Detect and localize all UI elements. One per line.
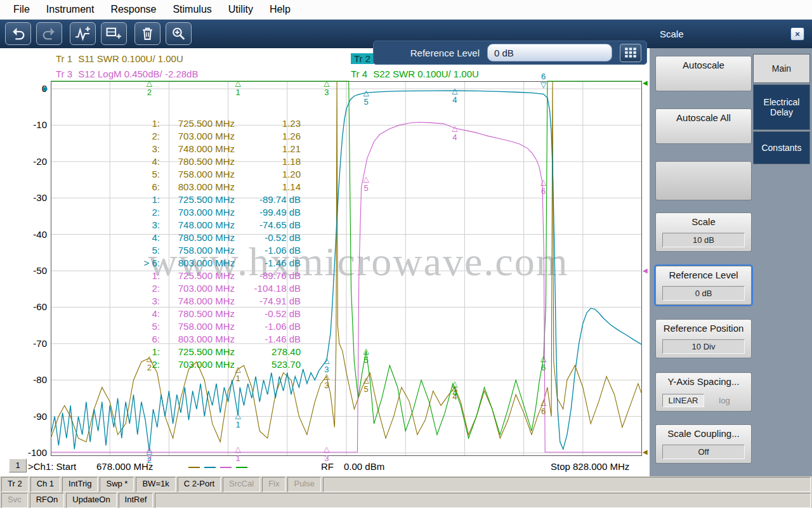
marker-5-tr4-triangle[interactable]: △ [363, 347, 369, 355]
y-axis-tick: -20 [16, 156, 47, 167]
marker-row-tr2: 4:780.500 MHz-0.52 dB [131, 231, 301, 244]
marker-6-tr1-triangle[interactable]: △ [540, 398, 546, 406]
marker-4-tr4-triangle[interactable]: △ [452, 380, 457, 388]
marker-6-tr4-triangle[interactable]: △ [540, 355, 546, 362]
panel-button-autoscale[interactable]: Autoscale [655, 56, 752, 91]
panel-button-scale-coupling-label: Scale Coupling... [656, 428, 751, 440]
marker-3-tr4-triangle[interactable]: △ [324, 79, 329, 87]
menu-item-file[interactable]: File [5, 1, 38, 18]
marker-3-tr2-triangle[interactable]: △ [324, 356, 329, 364]
menu-item-help[interactable]: Help [261, 1, 299, 18]
panel-button-scale-coupling[interactable]: Scale Coupling...Off [655, 424, 752, 464]
panel-button-scale-coupling-value: Off [662, 445, 745, 459]
tab-constants[interactable]: Constants [753, 131, 810, 164]
add-trace-icon[interactable] [70, 22, 96, 45]
menu-item-response[interactable]: Response [102, 1, 164, 18]
y-axis-spacing-option-linear[interactable]: LINEAR [662, 394, 704, 407]
y-axis-tick: -30 [16, 192, 47, 203]
legend-tr3[interactable]: Tr 3S12 LogM 0.450dB/ -2.28dB [56, 68, 198, 79]
panel-button-reference-level-value: 0 dB [662, 286, 745, 301]
marker-row-tr3: 6:803.000 MHz-1.46 dB [131, 333, 301, 346]
marker-6-tr2-triangle[interactable]: ▽ [540, 81, 546, 89]
y-axis-spacing-value: LINEARlog [662, 394, 745, 407]
status-bars: Tr 2Ch 1IntTrigSwp *BW=1kC 2-PortSrcCalF… [0, 476, 812, 508]
status-rfon[interactable]: RFOn [30, 493, 65, 508]
marker-row-tr1: 5:758.000 MHz1.20 [131, 168, 301, 181]
menu-item-stimulus[interactable]: Stimulus [164, 1, 219, 18]
legend-tr4[interactable]: Tr 4S22 SWR 0.100U/ 1.00U [351, 68, 479, 79]
panel-button-reference-position-label: Reference Position [656, 323, 751, 334]
menu-item-instrument[interactable]: Instrument [38, 1, 103, 18]
menu-item-utility[interactable]: Utility [220, 1, 261, 18]
status-inttrig[interactable]: IntTrig [62, 477, 98, 492]
marker-3-tr2-number: 3 [324, 365, 329, 374]
marker-row-tr3: 1:725.500 MHz-89.76 dB [131, 270, 301, 282]
status-bw-1k[interactable]: BW=1k [136, 477, 175, 492]
marker-row-tr4: 1:725.500 MHz278.40 [131, 346, 301, 358]
marker-row-tr1: 2:703.000 MHz1.26 [131, 130, 301, 143]
ref-position-pointer-tr3: ◀ [643, 267, 648, 275]
reference-level-input[interactable] [487, 44, 612, 62]
status-updateon[interactable]: UpdateOn [66, 493, 116, 508]
status-tr-2[interactable]: Tr 2 [1, 477, 29, 492]
marker-1-tr2-triangle[interactable]: △ [235, 412, 241, 419]
panel-button-reference-level[interactable]: Reference Level0 dB [655, 266, 752, 305]
legend-tr1-id[interactable]: Tr 1 [56, 53, 72, 64]
status-swp[interactable]: Swp * [100, 477, 134, 492]
marker-6-tr3-triangle[interactable]: △ [540, 178, 546, 186]
legend-tr3-id[interactable]: Tr 3 [56, 68, 72, 79]
marker-1-tr4-triangle[interactable]: △ [235, 79, 241, 87]
marker-1-tr1-number: 1 [236, 374, 240, 382]
marker-6-tr1-number: 6 [541, 407, 546, 415]
status-bar-row1: Tr 2Ch 1IntTrigSwp *BW=1kC 2-PortSrcCalF… [0, 476, 812, 492]
zoom-in-icon[interactable] [166, 22, 192, 45]
marker-5-tr4-number: 5 [363, 356, 368, 364]
reference-level-group: Reference Level [373, 41, 647, 65]
panel-button-scale[interactable]: Scale10 dB [655, 212, 752, 252]
marker-row-tr3: 4:780.500 MHz-0.52 dB [131, 308, 301, 320]
tab-electrical-delay[interactable]: Electrical Delay [753, 84, 810, 130]
marker-3-tr3-triangle[interactable]: △ [324, 445, 329, 453]
panel-button-y-axis-spacing[interactable]: Y-Axis Spacing...LINEARlog [655, 372, 752, 412]
add-channel-icon[interactable] [101, 22, 127, 45]
delete-icon[interactable] [134, 22, 160, 45]
undo-icon[interactable] [5, 22, 31, 45]
stimulus-stop-value: Stop 828.000 MHz [551, 461, 629, 472]
marker-5-tr3-triangle[interactable]: △ [363, 175, 369, 183]
redo-icon[interactable] [36, 22, 62, 45]
marker-row-tr3: 2:703.000 MHz-104.18 dB [131, 282, 301, 295]
keypad-icon[interactable] [620, 44, 641, 62]
marker-5-tr3-number: 5 [363, 184, 368, 192]
close-icon[interactable]: × [790, 27, 804, 41]
marker-4-tr3-number: 4 [452, 133, 457, 141]
panel-button-reference-position[interactable]: Reference Position10 Div [655, 319, 752, 358]
status-intref[interactable]: IntRef [119, 493, 154, 508]
status-c-2-port[interactable]: C 2-Port [178, 477, 221, 492]
marker-1-tr3-triangle[interactable]: △ [235, 445, 241, 453]
y-axis-tick: -80 [16, 374, 47, 385]
legend-tr2-id[interactable]: Tr 2 [351, 53, 374, 64]
marker-4-tr2-triangle[interactable]: △ [452, 87, 457, 94]
panel-button-scale-label: Scale [656, 216, 751, 228]
panel-button-autoscale-label: Autoscale [656, 60, 751, 71]
status-ch-1[interactable]: Ch 1 [30, 477, 60, 492]
menu-bar: FileInstrumentResponseStimulusUtilityHel… [0, 0, 812, 20]
legend-tr4-id[interactable]: Tr 4 [351, 68, 367, 79]
y-axis-tick: -50 [16, 265, 47, 276]
marker-2-tr4-triangle[interactable]: △ [147, 79, 152, 87]
panel-button-scale-value: 10 dB [662, 233, 745, 247]
tab-main[interactable]: Main [753, 54, 810, 83]
status-srccal: SrcCal [223, 477, 260, 492]
marker-2-tr4-number: 2 [147, 88, 152, 96]
marker-5-tr1-triangle[interactable]: △ [363, 376, 369, 384]
marker-2-tr3-triangle[interactable]: △ [147, 445, 152, 453]
panel-button-autoscale-all[interactable]: Autoscale All [655, 108, 752, 144]
trace-color-sample-tr2 [204, 467, 216, 468]
status-fix: Fix [262, 477, 285, 492]
y-axis-spacing-option-log[interactable]: log [704, 394, 745, 407]
marker-5-tr2-triangle[interactable]: △ [363, 89, 369, 96]
legend-tr1[interactable]: Tr 1S11 SWR 0.100U/ 1.00U [56, 53, 183, 64]
channel-indicator[interactable]: 1 [9, 459, 27, 472]
marker-4-tr3-triangle[interactable]: △ [452, 124, 457, 132]
y-axis-tick: -70 [16, 338, 47, 349]
